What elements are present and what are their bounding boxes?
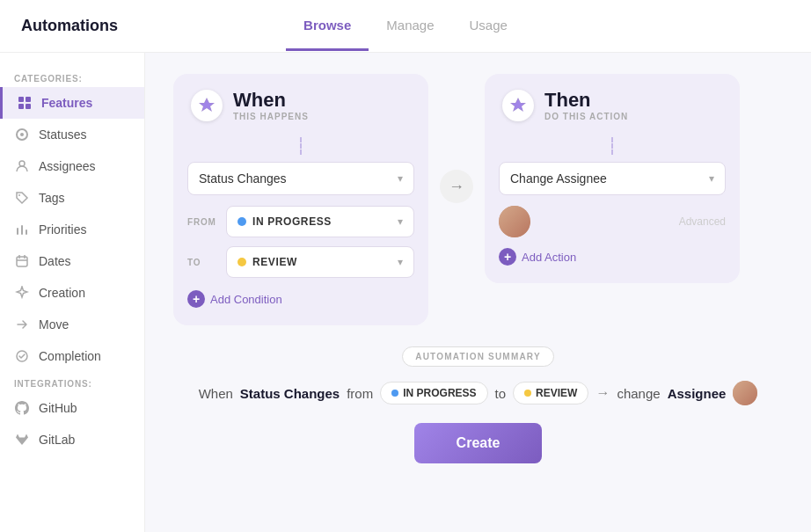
summary-from-dot [391,390,398,397]
assignees-icon [14,158,30,174]
when-block: When THIS HAPPENS Status Changes ▾ FROM [173,74,428,325]
create-button[interactable]: Create [414,423,543,463]
to-dropdown[interactable]: REVIEW ▾ [226,246,414,278]
svg-point-6 [19,161,25,166]
add-condition-label: Add Condition [210,293,282,306]
to-label: TO [187,258,219,267]
automation-summary: AUTOMATION SUMMARY When Status Changes f… [173,346,783,405]
sidebar-item-move[interactable]: Move [0,309,144,340]
summary-to-dot [524,390,531,397]
summary-from-badge: IN PROGRESS [380,382,487,404]
github-icon [14,400,30,416]
gitlab-icon [14,432,30,448]
trigger-dropdown[interactable]: Status Changes ▾ [187,162,414,195]
sidebar-item-creation[interactable]: Creation [0,277,144,309]
from-dot [237,217,246,226]
sidebar-item-statuses[interactable]: Statuses [0,119,144,150]
summary-when: When [199,386,233,401]
svg-rect-8 [17,257,27,266]
tags-icon [14,190,30,206]
sidebar-item-label: Creation [39,286,85,300]
then-title: Then [544,91,628,110]
sidebar-item-label: Assignees [39,159,96,173]
add-action-button[interactable]: + Add Action [499,244,726,269]
summary-status-changes: Status Changes [240,386,340,401]
add-action-icon: + [499,248,516,266]
svg-point-7 [18,194,20,196]
from-chevron: ▾ [398,215,403,228]
sidebar-item-label: GitHub [39,401,77,415]
sidebar-item-label: GitLab [39,433,75,447]
action-dropdown[interactable]: Change Assignee ▾ [499,162,726,195]
sidebar-item-completion[interactable]: Completion [0,340,144,372]
sidebar-item-label: Statuses [39,128,86,142]
priorities-icon [14,222,30,237]
add-condition-icon: + [187,290,205,308]
action-chevron: ▾ [709,172,714,185]
sidebar-item-label: Completion [39,349,101,363]
sidebar-item-features[interactable]: Features [0,87,144,119]
sidebar-item-tags[interactable]: Tags [0,182,144,214]
sidebar-item-label: Tags [39,191,65,205]
summary-to-badge: REVIEW [513,382,588,404]
move-icon [14,317,30,332]
summary-from-value: IN PROGRESS [403,387,476,399]
summary-arrow: → [595,385,610,401]
flow-arrow: → [428,170,485,203]
to-chevron: ▾ [398,256,403,268]
arrow-circle: → [440,170,473,203]
summary-to-value: REVIEW [536,387,577,399]
sidebar-item-label: Priorities [39,222,86,237]
when-subtitle: THIS HAPPENS [233,112,309,121]
completion-icon [14,348,30,364]
sidebar-item-label: Dates [39,254,71,268]
summary-avatar [733,381,757,405]
advanced-link[interactable]: Advanced [679,215,726,228]
from-dropdown[interactable]: IN PROGRESS ▾ [226,206,414,237]
tab-browse[interactable]: Browse [286,2,369,51]
summary-to-text: to [495,386,507,401]
summary-assignee: Assignee [668,386,727,401]
sidebar-item-dates[interactable]: Dates [0,245,144,277]
svg-rect-1 [26,97,31,102]
summary-label: AUTOMATION SUMMARY [402,346,554,367]
to-dot [237,258,246,266]
trigger-chevron: ▾ [398,172,403,185]
categories-label: CATEGORIES: [0,67,144,87]
summary-from-text: from [347,386,373,401]
action-value: Change Assignee [510,171,607,186]
svg-rect-2 [18,104,24,109]
creation-icon [14,285,30,301]
when-title: When [233,91,309,110]
trigger-value: Status Changes [199,171,287,186]
sidebar-item-priorities[interactable]: Priorities [0,214,144,245]
svg-rect-3 [26,104,31,109]
sidebar-item-github[interactable]: GitHub [0,392,144,424]
assignee-avatar [499,206,530,237]
svg-rect-0 [18,97,24,102]
tab-usage[interactable]: Usage [452,2,525,51]
sidebar-item-label: Move [39,317,69,332]
then-subtitle: DO THIS ACTION [544,112,628,121]
summary-change-text: change [617,386,660,401]
sidebar-item-label: Features [41,96,92,110]
to-value: REVIEW [252,256,297,268]
dates-icon [14,253,30,269]
sidebar-item-assignees[interactable]: Assignees [0,150,144,182]
app-title: Automations [21,17,118,35]
add-action-label: Add Action [522,251,576,264]
from-value: IN PROGRESS [252,215,332,228]
then-block: Then DO THIS ACTION Change Assignee ▾ Ad [485,74,740,283]
statuses-icon [14,127,30,142]
integrations-label: INTEGRATIONS: [0,372,144,392]
when-logo [191,90,223,121]
tab-manage[interactable]: Manage [369,2,451,51]
features-icon [17,95,33,111]
from-label: FROM [187,217,219,227]
add-condition-button[interactable]: + Add Condition [187,287,414,311]
svg-point-5 [20,133,24,136]
sidebar-item-gitlab[interactable]: GitLab [0,424,144,455]
then-logo [502,90,534,121]
